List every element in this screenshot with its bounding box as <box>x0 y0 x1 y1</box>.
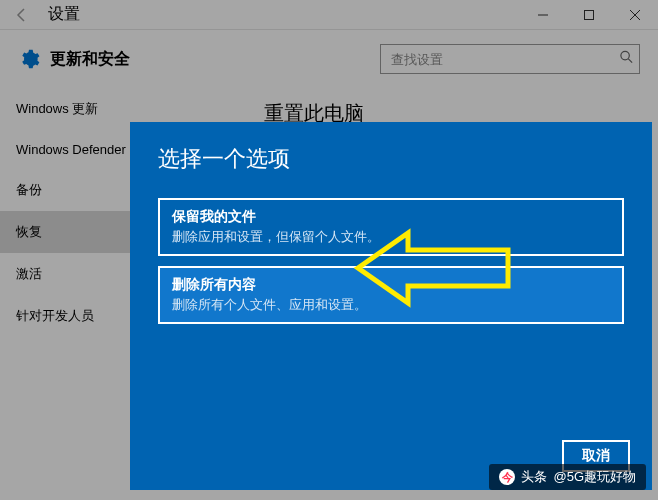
watermark-logo-icon: 今 <box>499 469 515 485</box>
option-desc: 删除所有个人文件、应用和设置。 <box>172 296 610 314</box>
option-remove-everything[interactable]: 删除所有内容 删除所有个人文件、应用和设置。 <box>158 266 624 324</box>
watermark-prefix: 头条 <box>521 468 547 486</box>
option-desc: 删除应用和设置，但保留个人文件。 <box>172 228 610 246</box>
modal-overlay: 选择一个选项 保留我的文件 删除应用和设置，但保留个人文件。 删除所有内容 删除… <box>0 0 658 500</box>
option-keep-files[interactable]: 保留我的文件 删除应用和设置，但保留个人文件。 <box>158 198 624 256</box>
watermark-text: @5G趣玩好物 <box>553 468 636 486</box>
reset-dialog: 选择一个选项 保留我的文件 删除应用和设置，但保留个人文件。 删除所有内容 删除… <box>130 122 652 490</box>
option-title: 删除所有内容 <box>172 276 610 294</box>
dialog-title: 选择一个选项 <box>158 144 624 174</box>
option-title: 保留我的文件 <box>172 208 610 226</box>
watermark: 今 头条 @5G趣玩好物 <box>489 464 646 490</box>
